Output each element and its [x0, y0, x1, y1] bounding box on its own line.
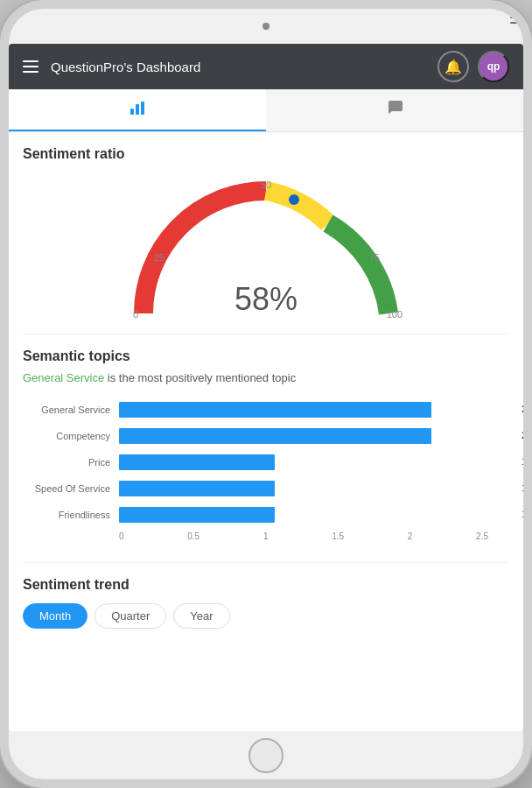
bar-label: Speed Of Service [23, 483, 119, 494]
bar-row: Competency 2 [23, 426, 509, 446]
bell-icon: 🔔 [444, 59, 462, 75]
header-title: QuestionPro's Dashboard [51, 60, 438, 74]
sentiment-trend-section: Sentiment trend MonthQuarterYear [23, 577, 509, 629]
sentiment-ratio-header: Sentiment ratio ☰ [23, 146, 509, 169]
bar-track: 2 [119, 428, 509, 444]
tab-chat[interactable] [266, 89, 523, 131]
bar-fill [119, 454, 275, 470]
gauge-percentage: 58% [234, 281, 298, 318]
bar-track: 1 [119, 481, 509, 496]
bell-button[interactable]: 🔔 [438, 51, 469, 82]
x-tick: 2 [408, 531, 413, 541]
bar-label: Competency [23, 431, 119, 441]
chat-icon [385, 98, 404, 122]
tablet-top-bar [9, 9, 523, 44]
svg-rect-0 [130, 109, 134, 115]
x-tick: 2.5 [476, 531, 488, 541]
home-button[interactable] [248, 738, 284, 773]
trend-btn-month[interactable]: Month [23, 603, 88, 629]
bar-value: 2 [522, 404, 523, 414]
tablet-frame: QuestionPro's Dashboard 🔔 qp [0, 0, 532, 788]
semantic-topics-title: Semantic topics [23, 348, 130, 364]
gauge-svg-wrapper: 0 25 50 75 100 58% [126, 178, 406, 327]
bar-fill [119, 428, 431, 444]
subtitle-highlight: General Service [23, 371, 104, 384]
x-tick: 1.5 [332, 531, 344, 541]
bar-fill [119, 402, 431, 418]
gauge-label-50: 50 [261, 179, 271, 190]
hamburger-icon[interactable] [23, 60, 38, 73]
bar-value: 1 [522, 509, 523, 519]
bar-row: Friendliness 1 [23, 505, 509, 524]
gauge-label-75: 75 [369, 252, 380, 263]
svg-point-3 [289, 194, 299, 205]
sentiment-trend-title: Sentiment trend [23, 577, 130, 592]
trend-btn-quarter[interactable]: Quarter [94, 603, 166, 629]
separator-1 [23, 334, 509, 334]
tab-chart[interactable] [9, 89, 266, 131]
screen: QuestionPro's Dashboard 🔔 qp [9, 44, 523, 731]
bar-track: 1 [119, 507, 509, 523]
gauge-label-25: 25 [154, 252, 164, 263]
bar-chart: General Service 2 Competency 2 Price 1 S… [23, 397, 509, 555]
chart-icon [128, 98, 147, 122]
bar-value: 1 [522, 456, 523, 467]
x-tick: 0.5 [187, 531, 200, 541]
bar-label: Friendliness [23, 510, 119, 520]
bar-track: 2 [119, 402, 509, 418]
subtitle-rest: is the most positively mentioned topic [104, 371, 296, 384]
bar-value: 1 [522, 482, 523, 493]
bar-row: Price 1 [23, 453, 509, 472]
x-tick: 0 [119, 531, 124, 541]
svg-rect-2 [141, 102, 144, 115]
avatar-button[interactable]: qp [478, 51, 509, 82]
bar-label: Price [23, 457, 119, 468]
app-header: QuestionPro's Dashboard 🔔 qp [9, 44, 523, 89]
header-icons: 🔔 qp [438, 51, 509, 82]
semantic-topics-subtitle: General Service is the most positively m… [23, 371, 509, 384]
gauge-label-0: 0 [133, 309, 138, 320]
trend-buttons: MonthQuarterYear [23, 603, 509, 629]
sentiment-ratio-title: Sentiment ratio [23, 146, 124, 162]
tab-bar [9, 89, 523, 132]
bar-value: 2 [522, 430, 523, 440]
bar-fill [119, 507, 275, 523]
gauge-container: 0 25 50 75 100 58% [23, 178, 509, 327]
bar-track: 1 [119, 454, 509, 470]
main-content: Sentiment ratio ☰ [9, 132, 523, 731]
x-axis: 00.511.522.5 [119, 531, 509, 541]
x-tick: 1 [263, 531, 269, 541]
tablet-camera [262, 23, 270, 30]
bar-fill [119, 481, 275, 496]
trend-btn-year[interactable]: Year [173, 603, 229, 629]
bar-row: General Service 2 [23, 400, 509, 419]
gauge-label-100: 100 [387, 309, 402, 320]
bar-label: General Service [23, 405, 119, 415]
svg-rect-1 [136, 104, 139, 115]
semantic-topics-section: Semantic topics ☰ General Service is the… [23, 348, 509, 555]
bar-row: Speed Of Service 1 [23, 479, 509, 498]
separator-2 [23, 562, 509, 563]
semantic-topics-header: Semantic topics ☰ [23, 348, 509, 371]
avatar-label: qp [487, 60, 500, 73]
tablet-bottom-bar [9, 731, 523, 779]
